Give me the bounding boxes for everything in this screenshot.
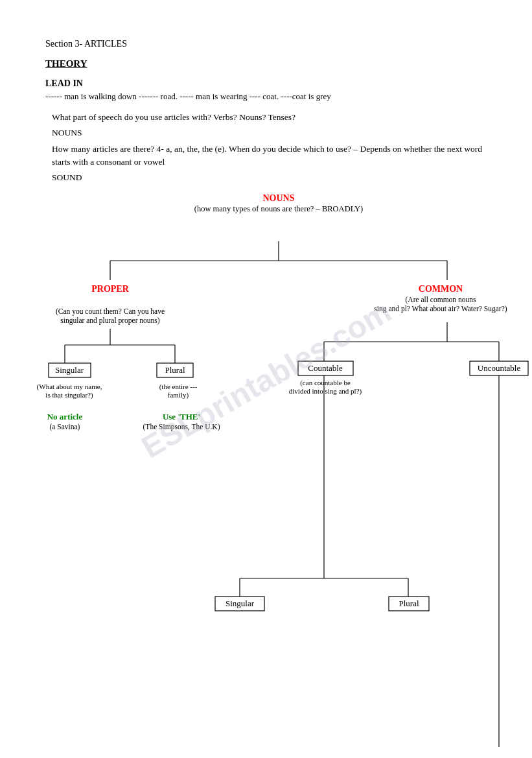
lead-in-text: ------ man is walking down ------- road.… bbox=[45, 91, 493, 102]
proper-note-1: (Can you count them? Can you have bbox=[56, 307, 165, 316]
plural-bottom-label: Plural bbox=[399, 598, 419, 608]
nouns-sub: (how many types of nouns are there? – BR… bbox=[194, 204, 364, 213]
plural-proper-note-2: family) bbox=[168, 391, 189, 399]
proper-label: PROPER bbox=[91, 284, 129, 294]
diagram-area: NOUNS (how many types of nouns are there… bbox=[45, 193, 512, 747]
nouns-top: NOUNS (how many types of nouns are there… bbox=[45, 193, 512, 214]
theory-line-4: SOUND bbox=[52, 171, 493, 184]
no-article-note: (a Savina) bbox=[50, 423, 80, 431]
theory-block: What part of speech do you use articles … bbox=[52, 111, 493, 184]
plural-proper-note-1: (the entire --- bbox=[159, 383, 198, 391]
uncountable-label: Uncountable bbox=[478, 363, 521, 373]
theory-line-2: NOUNS bbox=[52, 126, 493, 139]
singular-proper-note-2: is that singular?) bbox=[45, 391, 93, 399]
use-the-label: Use 'THE' bbox=[163, 412, 200, 421]
countable-note-1: (can countable be bbox=[300, 379, 351, 387]
singular-proper-label: Singular bbox=[55, 365, 84, 375]
theory-line-1: What part of speech do you use articles … bbox=[52, 111, 493, 124]
countable-label: Countable bbox=[308, 363, 343, 373]
plural-proper-label: Plural bbox=[165, 365, 185, 375]
section-title: Section 3- ARTICLES bbox=[45, 39, 493, 49]
common-note-1: (Are all common nouns bbox=[406, 296, 476, 304]
countable-note-2: divided into sing and pl?) bbox=[289, 387, 362, 396]
no-article-label: No article bbox=[47, 412, 83, 421]
common-label: COMMON bbox=[419, 284, 463, 294]
tree-diagram: PROPER COMMON (Are all common nouns sing… bbox=[45, 215, 512, 747]
singular-proper-note-1: (What about my name, bbox=[37, 383, 102, 391]
lead-in-title: LEAD IN bbox=[45, 78, 493, 89]
singular-bottom-label: Singular bbox=[226, 598, 255, 608]
use-the-note: (The Simpsons, The U.K) bbox=[143, 423, 220, 431]
theory-title: THEORY bbox=[45, 58, 493, 69]
common-note-2: sing and pl? What about air? Water? Suga… bbox=[374, 305, 507, 313]
nouns-label: NOUNS bbox=[262, 193, 294, 203]
theory-line-3: How many articles are there? 4- a, an, t… bbox=[52, 143, 493, 169]
proper-note-2: singular and plural proper nouns) bbox=[60, 316, 159, 325]
